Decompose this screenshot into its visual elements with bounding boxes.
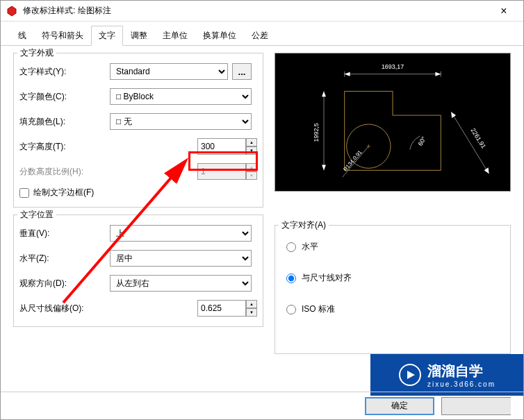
- height-spin-down[interactable]: ▼: [246, 146, 257, 155]
- label-fill-color: 填充颜色(L):: [19, 116, 110, 128]
- watermark-url: zixue.3d66.com: [427, 380, 496, 388]
- label-view-direction: 观察方向(D):: [19, 278, 110, 289]
- group-title-appearance: 文字外观: [17, 47, 56, 59]
- svg-text:1693,17: 1693,17: [382, 63, 404, 70]
- label-horizontal: 水平(Z):: [19, 253, 110, 264]
- input-fraction-scale: [197, 163, 246, 180]
- fraction-spin-down: ▼: [246, 171, 257, 180]
- label-align-iso: ISO 标准: [302, 303, 335, 315]
- select-text-color[interactable]: □ ByBlock: [110, 88, 252, 105]
- select-vertical[interactable]: 上: [110, 225, 252, 242]
- label-fraction-scale: 分数高度比例(H):: [19, 166, 110, 178]
- label-text-style: 文字样式(Y):: [19, 66, 110, 78]
- height-spin-up[interactable]: ▲: [246, 138, 257, 146]
- footer: 确定: [1, 392, 523, 419]
- label-vertical: 垂直(V):: [19, 228, 110, 240]
- tab-lines[interactable]: 线: [10, 26, 34, 45]
- tab-text[interactable]: 文字: [91, 26, 123, 46]
- group-title-position: 文字位置: [17, 209, 56, 221]
- watermark-brand: 溜溜自学: [427, 362, 496, 380]
- window-title: 修改标注样式: 绘图标注: [23, 5, 490, 17]
- svg-marker-10: [322, 91, 326, 96]
- group-text-align: 文字对齐(A) 水平 与尺寸线对齐 ISO 标准: [275, 225, 511, 354]
- tab-alt-units[interactable]: 换算单位: [195, 26, 244, 45]
- tab-primary-units[interactable]: 主单位: [155, 26, 195, 45]
- input-text-height[interactable]: [197, 138, 246, 155]
- radio-horizontal[interactable]: [286, 242, 296, 252]
- text-style-browse-button[interactable]: ...: [232, 63, 252, 80]
- titlebar: 修改标注样式: 绘图标注 ×: [1, 1, 523, 22]
- fraction-spin-up: ▲: [246, 163, 257, 171]
- label-align-aligned: 与尺寸线对齐: [302, 272, 352, 284]
- label-text-color: 文字颜色(C):: [19, 91, 110, 103]
- group-title-align: 文字对齐(A): [279, 219, 329, 231]
- input-offset[interactable]: [197, 300, 246, 317]
- svg-marker-5: [435, 72, 441, 76]
- label-draw-border: 绘制文字边框(F): [33, 187, 94, 199]
- tab-symbols[interactable]: 符号和箭头: [34, 26, 91, 45]
- svg-text:1992,5: 1992,5: [313, 123, 320, 142]
- ok-button[interactable]: 确定: [365, 397, 434, 415]
- tab-fit[interactable]: 调整: [123, 26, 155, 45]
- close-icon[interactable]: ×: [490, 1, 518, 21]
- select-text-style[interactable]: Standard: [110, 63, 228, 80]
- svg-marker-4: [345, 72, 350, 76]
- select-view-direction[interactable]: 从左到右: [110, 275, 252, 292]
- select-fill-color[interactable]: □ 无: [110, 113, 252, 130]
- tab-bar: 线 符号和箭头 文字 调整 主单位 换算单位 公差: [1, 22, 523, 46]
- radio-aligned[interactable]: [286, 274, 296, 283]
- svg-marker-14: [451, 112, 456, 118]
- label-offset: 从尺寸线偏移(O):: [19, 303, 110, 314]
- label-align-horizontal: 水平: [302, 241, 318, 253]
- svg-text:R134,0,91: R134,0,91: [342, 149, 363, 172]
- offset-spin-down[interactable]: ▼: [246, 308, 257, 317]
- checkbox-draw-border[interactable]: [19, 188, 29, 198]
- radio-iso[interactable]: [286, 305, 296, 314]
- tab-tolerances[interactable]: 公差: [244, 26, 276, 45]
- preview-panel: 1693,17 1992,5: [275, 53, 511, 192]
- footer-button-2[interactable]: [441, 397, 511, 415]
- group-text-appearance: 文字外观 文字样式(Y): Standard ... 文字颜色(C): □ By…: [13, 53, 263, 208]
- svg-marker-15: [484, 167, 489, 174]
- svg-marker-11: [322, 165, 326, 170]
- offset-spin-up[interactable]: ▲: [246, 300, 257, 308]
- play-icon: [398, 363, 422, 387]
- select-horizontal[interactable]: 居中: [110, 250, 252, 267]
- group-text-position: 文字位置 垂直(V): 上 水平(Z): 居中 观察方向(D):: [13, 215, 263, 327]
- label-text-height: 文字高度(T):: [19, 141, 110, 153]
- watermark: 溜溜自学 zixue.3d66.com: [370, 354, 523, 396]
- app-icon: [6, 6, 17, 17]
